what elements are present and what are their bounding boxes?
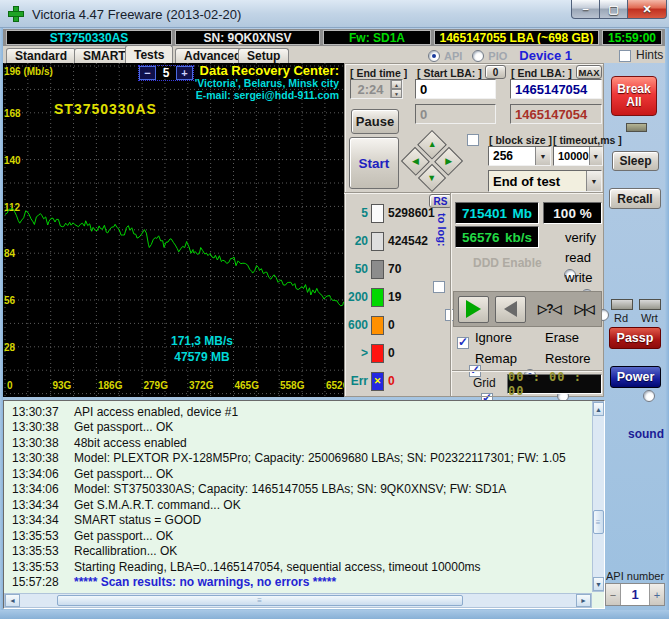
tab-tests[interactable]: Tests [125,45,173,63]
passport-button[interactable]: Passp [609,327,661,349]
api-number-label: API number [606,570,664,582]
victoria-window: Victoria 4.47 Freeware (2013-02-20) – ▢ … [0,0,669,619]
reverse-button[interactable] [495,296,526,323]
banner-subtitle: 'Victoria', Belarus, Minsk city [195,77,339,89]
start-button[interactable]: Start [349,137,399,189]
svg-text:84: 84 [4,248,16,259]
end-time-spin-buttons[interactable]: ▲ ▼ [390,80,402,98]
block-size-select[interactable]: 256 ▼ [488,146,551,166]
to-log-checkbox-0[interactable] [433,281,445,293]
scroll-down-button[interactable]: ▼ [593,577,604,591]
current-speed-readout: 171,3 MB/s [142,334,262,348]
timeout-select[interactable]: 10000 ▼ [553,146,603,166]
break-all-button[interactable]: Break All [611,76,657,116]
drive-model: ST3750330AS [6,30,172,45]
vscroll-thumb[interactable]: ≡ [593,510,604,534]
svg-text:652G: 652G [326,380,344,391]
drive-serial: SN: 9QK0XNSV [175,30,320,45]
log-entries: 13:30:37API access enabled, device #113:… [4,404,589,590]
api-radio[interactable] [428,50,440,62]
speed-display: 56576kb/s [455,226,539,248]
end-lba-max-button[interactable]: MAX [576,65,602,79]
arrow-left-icon: ◀ [412,156,419,166]
title-bar[interactable]: Victoria 4.47 Freeware (2013-02-20) – ▢ … [0,0,669,28]
rs-button[interactable]: RS [429,194,452,208]
start-lba-current: 0 [415,104,496,124]
graph-model-label: ST3750330AS [54,101,157,117]
block-size-label: [ block size ] [489,134,552,146]
svg-text:168: 168 [4,108,21,119]
svg-text:140: 140 [4,155,21,166]
timeout-label: [ timeout,ms ] [553,134,622,146]
log-row: 13:30:38Get passport... OK [4,420,589,436]
end-lba-input[interactable]: 1465147054 [510,79,602,99]
stat-row-200: 20019 [344,283,444,311]
read-led [611,299,633,310]
dropdown-arrow-icon[interactable]: ▼ [586,171,601,191]
tab-strip: StandardSMARTTestsAdvancedSetup API PIO … [3,46,665,63]
log-row: 13:30:37API access enabled, device #1 [4,404,589,420]
erase-label: Erase [545,330,579,345]
end-time-spinner[interactable]: 2:24 ▲ ▼ [350,79,403,99]
scroll-left-button[interactable]: ◄ [5,594,20,607]
window-border-left [0,28,3,610]
write-label: write [565,270,592,285]
elapsed-timer: 00 : 00 : 00 [507,374,602,394]
app-icon [8,6,24,22]
sleep-button[interactable]: Sleep [612,151,659,171]
end-lba-current: 1465147054 [510,104,602,124]
seek-error-button[interactable]: ▷?◁ [538,302,561,316]
pause-button[interactable]: Pause [351,109,399,134]
play-button[interactable] [458,296,489,323]
rd-label: Rd [614,312,628,324]
power-button[interactable]: Power [610,366,661,388]
dropdown-arrow-icon[interactable]: ▼ [535,147,550,165]
speed-graph: 196 (Mb/s)168140112845628093G186G279G372… [2,63,344,397]
spin-down-icon[interactable]: ▼ [391,89,402,98]
svg-text:465G: 465G [235,380,260,391]
svg-text:28: 28 [4,342,16,353]
play-icon [466,300,481,318]
recall-button[interactable]: Recall [609,188,661,209]
zoom-out-button[interactable]: − [139,66,156,80]
position-display: 715401Mb [455,202,539,224]
api-number-plus-button[interactable]: + [649,584,664,605]
hscroll-thumb[interactable]: ≡ [57,595,463,606]
pio-label: PIO [488,50,507,62]
maximize-button[interactable]: ▢ [600,0,627,19]
restore-radio[interactable] [643,390,655,402]
tab-standard[interactable]: Standard [6,48,76,63]
transport-bar: ▷?◁ ▷|◁ [453,291,602,327]
hints-label: Hints [636,48,663,62]
start-lba-input[interactable]: 0 [415,79,496,99]
scroll-up-button[interactable]: ▲ [593,402,604,416]
hints-checkbox[interactable] [619,50,631,62]
stat-color-swatch [371,204,384,223]
svg-text:186G: 186G [98,380,123,391]
jump-end-button[interactable]: ▷|◁ [575,302,594,316]
stat-color-swatch [371,316,384,335]
activity-led [626,123,647,132]
scroll-right-button[interactable]: ► [576,594,591,607]
start-lba-zero-button[interactable]: 0 [485,65,506,79]
svg-text:558G: 558G [280,380,305,391]
minimize-button[interactable]: – [571,0,600,19]
read-label: read [565,250,591,265]
pio-radio[interactable] [472,50,484,62]
seek-option-checkbox[interactable] [467,134,479,146]
seek-pad: ▲ ▶ ◀ ▼ [403,132,461,190]
spin-up-icon[interactable]: ▲ [391,80,402,89]
log-vscrollbar[interactable]: ▲ ≡ ▼ [592,401,605,592]
zoom-in-button[interactable]: + [176,66,193,80]
tab-setup[interactable]: Setup [238,48,289,63]
log-hscrollbar[interactable]: ◄ ≡ ► [4,593,592,608]
api-number-spinner: − 1 + [605,583,665,606]
banner-title: Data Recovery Center: [195,65,339,77]
log-panel: 13:30:37API access enabled, device #113:… [3,400,605,609]
drive-info-bar: ST3750330AS SN: 9QK0XNSV Fw: SD1A 146514… [3,29,665,46]
api-number-minus-button[interactable]: − [606,584,621,605]
dropdown-arrow-icon[interactable]: ▼ [589,147,602,165]
end-action-select[interactable]: End of test ▼ [488,170,602,192]
to-log-label: to log: [436,213,448,247]
close-button[interactable]: ✕ [627,0,667,19]
